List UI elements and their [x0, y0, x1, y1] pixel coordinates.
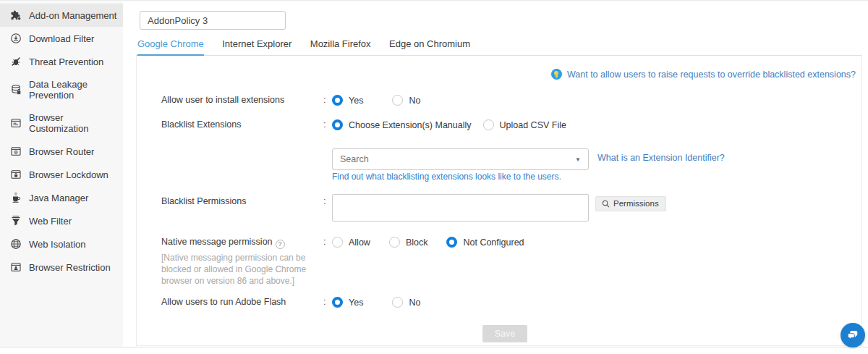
native-message-option-allow[interactable]: Allow — [332, 237, 370, 248]
sidebar-item-label: Browser Lockdown — [29, 169, 109, 180]
row-adobe-flash: Allow users to run Adobe Flash : Yes No — [161, 297, 449, 308]
bug-slash-icon — [9, 56, 22, 67]
chevron-down-icon[interactable]: ▼ — [575, 156, 588, 163]
override-request-text: Want to allow users to raise requests to… — [567, 69, 856, 80]
tab-google-chrome[interactable]: Google Chrome — [137, 38, 204, 56]
sidebar-item-label: Browser Router — [29, 146, 94, 157]
colon: : — [323, 297, 332, 307]
override-request-link[interactable]: Want to allow users to raise requests to… — [551, 69, 856, 80]
chat-bubbles-icon — [846, 328, 860, 342]
blacklist-option-manual[interactable]: Choose Extension(s) Manually — [332, 119, 472, 130]
blacklist-permissions-controls: Permissions — [332, 194, 666, 222]
radio-block[interactable] — [389, 237, 400, 248]
row-blacklist-permissions: Blacklist Permissions : — [161, 196, 332, 207]
sidebar-item-web-filter[interactable]: Web Filter — [0, 209, 123, 232]
radio-not-configured[interactable] — [446, 237, 457, 248]
sidebar-item-label: Threat Prevention — [29, 56, 103, 67]
blacklist-extensions-label: Blacklist Extensions — [161, 119, 323, 130]
colon: : — [323, 237, 332, 247]
coffee-cup-icon — [9, 192, 22, 203]
row-install-extensions: Allow user to install extensions : Yes N… — [161, 95, 449, 106]
tab-mozilla-firefox[interactable]: Mozilla Firefox — [310, 38, 371, 54]
native-message-label: Native message permission? — [161, 237, 323, 249]
colon: : — [323, 95, 332, 105]
sidebar-item-browser-router[interactable]: Browser Router — [0, 140, 123, 163]
radio-yes[interactable] — [332, 297, 343, 308]
colon: : — [323, 196, 332, 206]
blacklist-option-csv[interactable]: Upload CSV File — [483, 119, 566, 130]
browser-tabs: Google Chrome Internet Explorer Mozilla … — [137, 37, 485, 56]
browser-window-user-icon — [9, 261, 22, 273]
native-message-note: [Native messaging permission can be bloc… — [161, 252, 316, 287]
chat-fab-button[interactable] — [841, 323, 865, 347]
tab-edge-on-chromium[interactable]: Edge on Chromium — [389, 38, 470, 54]
puzzle-piece-icon — [9, 9, 22, 21]
permissions-button[interactable]: Permissions — [595, 196, 666, 211]
policy-name-input[interactable] — [140, 11, 286, 30]
help-icon[interactable]: ? — [276, 240, 285, 249]
adobe-flash-option-yes[interactable]: Yes — [332, 297, 363, 308]
radio-upload-csv[interactable] — [483, 119, 494, 130]
adobe-flash-option-no[interactable]: No — [392, 297, 420, 308]
chrome-settings-panel: Want to allow users to raise requests to… — [136, 55, 862, 346]
search-icon — [602, 200, 610, 208]
extension-search-input[interactable] — [333, 154, 575, 164]
sidebar-item-threat-prevention[interactable]: Threat Prevention — [0, 50, 123, 73]
sidebar-item-label: Java Manager — [29, 193, 88, 203]
browser-window-target-icon — [9, 146, 22, 157]
extension-search-select[interactable]: ▼ — [332, 148, 589, 170]
sidebar-item-browser-customization[interactable]: Browser Customization — [0, 106, 123, 140]
browser-window-lock-icon — [9, 169, 22, 180]
lightbulb-icon — [551, 69, 562, 80]
sidebar-item-addon-management[interactable]: Add-on Management — [0, 4, 123, 27]
row-blacklist-extensions: Blacklist Extensions : Choose Extension(… — [161, 119, 578, 130]
sidebar-item-data-leakage-prevention[interactable]: Data Leakage Prevention — [0, 73, 123, 106]
radio-choose-manually[interactable] — [332, 119, 343, 130]
sidebar-item-label: Add-on Management — [29, 10, 116, 21]
database-lock-icon — [9, 84, 22, 96]
native-message-option-block[interactable]: Block — [389, 237, 428, 248]
sidebar-item-label: Download Filter — [29, 33, 94, 44]
download-circle-icon — [9, 33, 22, 44]
sidebar-item-label: Browser Restriction — [29, 262, 111, 273]
blacklist-permissions-label: Blacklist Permissions — [161, 196, 323, 207]
bottom-divider — [0, 347, 868, 347]
sidebar-item-label: Browser Customization — [29, 112, 117, 134]
sidebar-item-java-manager[interactable]: Java Manager — [0, 186, 123, 209]
sidebar-item-browser-restriction[interactable]: Browser Restriction — [0, 256, 123, 279]
blacklisting-preview-link[interactable]: Find out what blacklisting extensions lo… — [332, 172, 561, 182]
install-extensions-label: Allow user to install extensions — [161, 95, 323, 106]
sidebar-item-label: Web Filter — [29, 216, 72, 227]
save-button[interactable]: Save — [482, 325, 527, 342]
radio-yes[interactable] — [332, 95, 343, 106]
browser-window-lines-icon — [9, 117, 22, 129]
install-extensions-option-no[interactable]: No — [392, 95, 420, 106]
sidebar: Add-on Management Download Filter Threat… — [0, 1, 123, 347]
radio-no[interactable] — [392, 297, 403, 308]
sidebar-item-download-filter[interactable]: Download Filter — [0, 27, 123, 50]
colon: : — [323, 119, 332, 130]
blacklist-permissions-input[interactable] — [332, 194, 589, 222]
browser-security-app: Add-on Management Download Filter Threat… — [0, 0, 868, 354]
sidebar-item-browser-lockdown[interactable]: Browser Lockdown — [0, 163, 123, 186]
radio-no[interactable] — [392, 95, 403, 106]
sidebar-item-label: Web Isolation — [29, 239, 86, 250]
globe-icon — [9, 238, 22, 250]
sidebar-item-label: Data Leakage Prevention — [29, 79, 117, 101]
tab-internet-explorer[interactable]: Internet Explorer — [222, 38, 292, 54]
install-extensions-option-yes[interactable]: Yes — [332, 95, 363, 106]
sidebar-item-web-isolation[interactable]: Web Isolation — [0, 232, 123, 256]
row-native-message-permission: Native message permission? : Allow Block… — [161, 237, 543, 249]
extension-identifier-link[interactable]: What is an Extension Identifier? — [597, 153, 725, 163]
adobe-flash-label: Allow users to run Adobe Flash — [161, 297, 323, 308]
native-message-option-not-configured[interactable]: Not Configured — [446, 237, 524, 248]
funnel-icon — [9, 215, 22, 227]
radio-allow[interactable] — [332, 237, 343, 248]
